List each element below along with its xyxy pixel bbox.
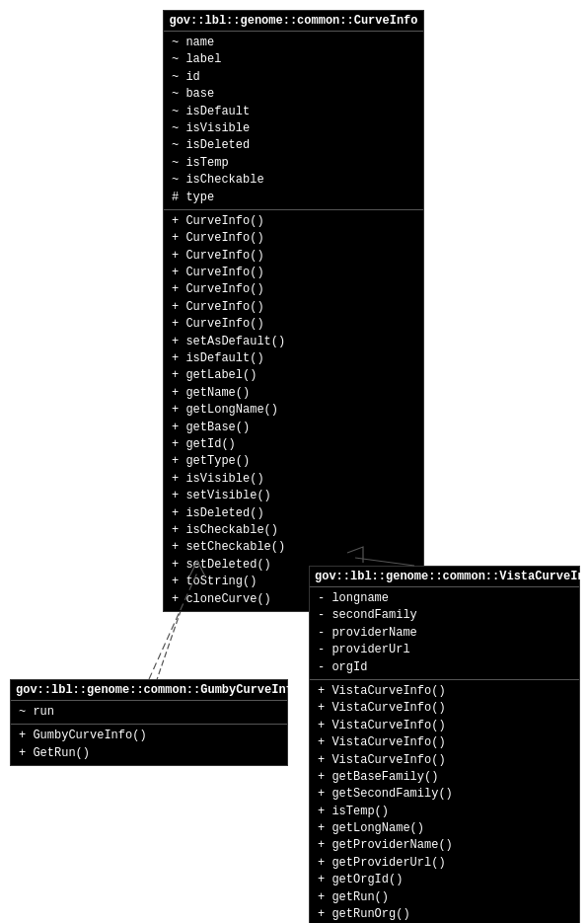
curveinfo-methods: + CurveInfo() + CurveInfo() + CurveInfo(…	[164, 209, 423, 611]
curveinfo-attr-7: ~ isTemp	[172, 155, 415, 172]
gumbycurveinfo-attr-0: ~ run	[19, 704, 279, 721]
curveinfo-attr-2: ~ id	[172, 69, 415, 86]
vistacurveinfo-attr-2: - providerName	[318, 625, 571, 642]
vistacurveinfo-attr-0: - longname	[318, 590, 571, 607]
curveinfo-method-4: + CurveInfo()	[172, 281, 415, 298]
curveinfo-method-15: + isVisible()	[172, 471, 415, 488]
curveinfo-attr-5: ~ isVisible	[172, 120, 415, 137]
curveinfo-method-18: + isCheckable()	[172, 522, 415, 539]
gumbycurveinfo-box: gov::lbl::genome::common::GumbyCurveInfo…	[10, 679, 288, 766]
vistacurveinfo-method-7: + isTemp()	[318, 804, 571, 820]
curveinfo-method-0: + CurveInfo()	[172, 213, 415, 230]
vistacurveinfo-method-6: + getSecondFamily()	[318, 786, 571, 803]
curveinfo-method-19: + setCheckable()	[172, 539, 415, 556]
vistacurveinfo-attr-4: - orgId	[318, 659, 571, 676]
curveinfo-method-8: + isDefault()	[172, 350, 415, 367]
curveinfo-attr-3: ~ base	[172, 86, 415, 103]
curveinfo-method-13: + getId()	[172, 436, 415, 453]
vistacurveinfo-method-12: + getRun()	[318, 889, 571, 906]
curveinfo-attr-8: ~ isCheckable	[172, 172, 415, 189]
vistacurveinfo-method-5: + getBaseFamily()	[318, 769, 571, 786]
vistacurveinfo-method-3: + VistaCurveInfo()	[318, 734, 571, 751]
curveinfo-method-14: + getType()	[172, 453, 415, 470]
curveinfo-method-7: + setAsDefault()	[172, 334, 415, 350]
vistacurveinfo-box: gov::lbl::genome::common::VistaCurveInfo…	[309, 566, 580, 923]
curveinfo-method-5: + CurveInfo()	[172, 299, 415, 316]
gumbycurveinfo-method-0: + GumbyCurveInfo()	[19, 728, 279, 744]
vistacurveinfo-method-11: + getOrgId()	[318, 872, 571, 888]
vistacurveinfo-attr-3: - providerUrl	[318, 642, 571, 658]
vistacurveinfo-method-2: + VistaCurveInfo()	[318, 718, 571, 734]
vistacurveinfo-method-0: + VistaCurveInfo()	[318, 683, 571, 700]
gumbycurveinfo-attributes: ~ run	[11, 700, 287, 724]
curveinfo-method-9: + getLabel()	[172, 367, 415, 384]
gumbycurveinfo-methods: + GumbyCurveInfo() + GetRun()	[11, 724, 287, 765]
curveinfo-attr-6: ~ isDeleted	[172, 137, 415, 154]
gumbycurveinfo-title: gov::lbl::genome::common::GumbyCurveInfo	[11, 680, 287, 700]
curveinfo-title: gov::lbl::genome::common::CurveInfo	[164, 11, 423, 31]
vistacurveinfo-method-4: + VistaCurveInfo()	[318, 752, 571, 769]
vistacurveinfo-method-8: + getLongName()	[318, 820, 571, 837]
curveinfo-method-6: + CurveInfo()	[172, 316, 415, 333]
curveinfo-method-10: + getName()	[172, 385, 415, 402]
curveinfo-attr-1: ~ label	[172, 51, 415, 68]
curveinfo-method-3: + CurveInfo()	[172, 265, 415, 281]
vistacurveinfo-attr-1: - secondFamily	[318, 607, 571, 624]
vistacurveinfo-method-9: + getProviderName()	[318, 837, 571, 854]
curveinfo-attr-9: # type	[172, 190, 415, 206]
curveinfo-method-16: + setVisible()	[172, 488, 415, 504]
curveinfo-attr-0: ~ name	[172, 35, 415, 51]
curveinfo-method-12: + getBase()	[172, 420, 415, 436]
curveinfo-method-2: + CurveInfo()	[172, 248, 415, 265]
diagram-container: gov::lbl::genome::common::CurveInfo ~ na…	[0, 0, 588, 923]
vistacurveinfo-method-10: + getProviderUrl()	[318, 855, 571, 872]
curveinfo-box: gov::lbl::genome::common::CurveInfo ~ na…	[163, 10, 424, 612]
vistacurveinfo-methods: + VistaCurveInfo() + VistaCurveInfo() + …	[310, 679, 579, 923]
curveinfo-attributes: ~ name ~ label ~ id ~ base ~ isDefault ~…	[164, 31, 423, 209]
vistacurveinfo-title: gov::lbl::genome::common::VistaCurveInfo	[310, 567, 579, 586]
vistacurveinfo-method-13: + getRunOrg()	[318, 906, 571, 923]
curveinfo-method-17: + isDeleted()	[172, 505, 415, 522]
curveinfo-method-11: + getLongName()	[172, 402, 415, 419]
gumbycurveinfo-method-1: + GetRun()	[19, 745, 279, 762]
vistacurveinfo-method-1: + VistaCurveInfo()	[318, 700, 571, 717]
curveinfo-attr-4: ~ isDefault	[172, 104, 415, 120]
vistacurveinfo-attributes: - longname - secondFamily - providerName…	[310, 586, 579, 679]
curveinfo-method-1: + CurveInfo()	[172, 230, 415, 247]
